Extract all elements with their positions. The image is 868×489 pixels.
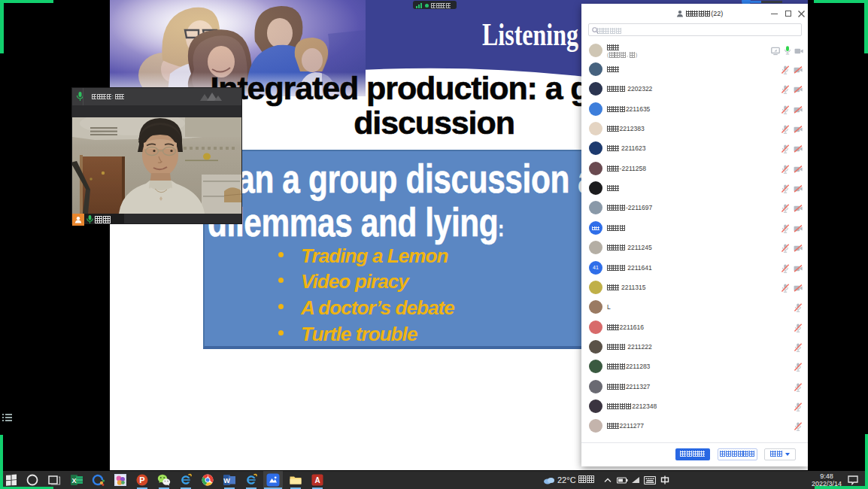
svg-text:X: X <box>71 477 76 484</box>
svg-text:A: A <box>314 476 320 484</box>
svg-text:W: W <box>223 477 230 484</box>
svg-text:P: P <box>139 475 144 484</box>
